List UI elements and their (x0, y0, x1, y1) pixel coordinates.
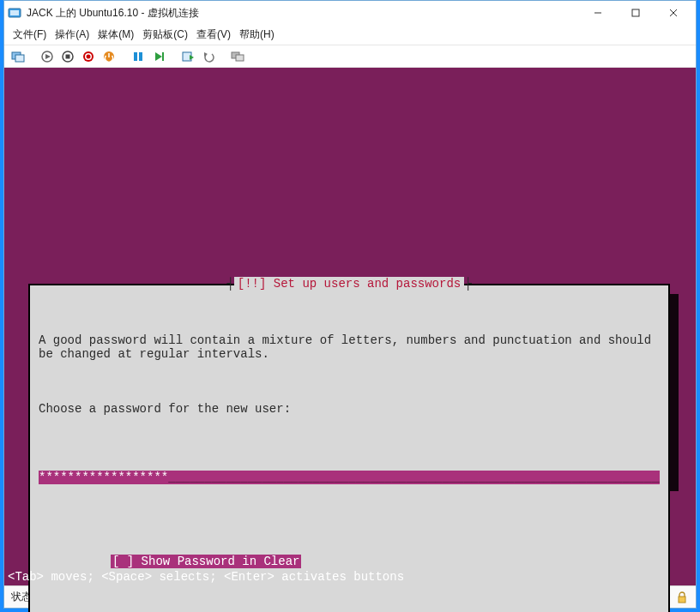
vm-window: JACK 上的 Ubuntu16.10 - 虚拟机连接 文件(F) 操作(A) … (3, 0, 697, 609)
password-input[interactable]: ****************** (39, 471, 660, 484)
ctrl-alt-del-icon[interactable] (9, 48, 27, 65)
menubar: 文件(F) 操作(A) 媒体(M) 剪贴板(C) 查看(V) 帮助(H) (4, 25, 696, 45)
titlebar: JACK 上的 Ubuntu16.10 - 虚拟机连接 (4, 1, 696, 25)
show-password-checkbox[interactable]: [ ] Show Password in Clear (111, 555, 301, 568)
maximize-button[interactable] (617, 1, 655, 25)
save-icon[interactable] (100, 48, 118, 65)
svg-point-14 (87, 54, 91, 58)
enhanced-session-icon[interactable] (229, 48, 246, 65)
pause-icon[interactable] (130, 48, 147, 65)
svg-rect-31 (679, 597, 685, 603)
checkpoint-icon[interactable] (179, 48, 196, 65)
svg-rect-18 (139, 52, 142, 61)
guest-screen[interactable]: ┤ [!!] Set up users and passwords ├ A go… (4, 68, 696, 585)
dialog-paragraph: A good password will contain a mixture o… (39, 333, 660, 361)
keyboard-hint: <Tab> moves; <Space> selects; <Enter> ac… (8, 570, 404, 584)
menu-file[interactable]: 文件(F) (13, 27, 46, 42)
app-icon (8, 6, 21, 20)
svg-rect-20 (162, 52, 164, 61)
start-icon[interactable] (39, 48, 56, 65)
dialog-title: [!!] Set up users and passwords (234, 277, 464, 291)
shutdown-icon[interactable] (80, 48, 97, 65)
close-button[interactable] (655, 1, 692, 25)
window-title: JACK 上的 Ubuntu16.10 - 虚拟机连接 (27, 6, 199, 21)
installer-dialog: ┤ [!!] Set up users and passwords ├ A go… (28, 284, 670, 612)
svg-rect-7 (15, 55, 24, 62)
menu-action[interactable]: 操作(A) (55, 27, 89, 42)
revert-icon[interactable] (200, 48, 217, 65)
svg-rect-11 (66, 54, 70, 58)
svg-rect-17 (134, 52, 137, 61)
toolbar (4, 45, 696, 68)
menu-media[interactable]: 媒体(M) (98, 27, 134, 42)
menu-help[interactable]: 帮助(H) (239, 27, 275, 42)
lock-icon (675, 591, 689, 604)
svg-rect-25 (236, 55, 244, 61)
svg-marker-9 (45, 54, 51, 59)
turnoff-icon[interactable] (59, 48, 76, 65)
dialog-prompt: Choose a password for the new user: (39, 402, 660, 416)
reset-icon[interactable] (150, 48, 167, 65)
password-field-rest (168, 471, 660, 484)
svg-rect-1 (10, 10, 19, 15)
svg-marker-19 (155, 52, 162, 61)
svg-rect-3 (632, 9, 639, 16)
menu-clipboard[interactable]: 剪贴板(C) (142, 27, 188, 42)
menu-view[interactable]: 查看(V) (196, 27, 231, 42)
minimize-button[interactable] (579, 1, 617, 25)
password-mask: ****************** (39, 471, 168, 484)
